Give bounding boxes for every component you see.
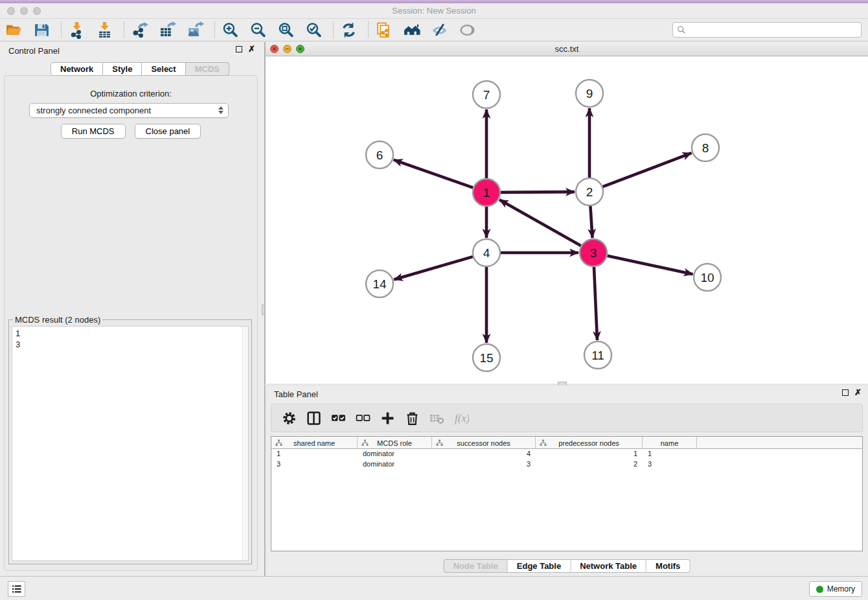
toolbar-separator [61, 21, 62, 38]
search-input[interactable] [689, 25, 857, 34]
criterion-dropdown[interactable]: strongly connected component [29, 103, 229, 118]
refresh-icon[interactable] [339, 20, 358, 40]
tab-select[interactable]: Select [142, 62, 185, 76]
tab-edge-table[interactable]: Edge Table [508, 559, 571, 573]
control-panel-header: Control Panel ✗ [0, 42, 262, 59]
column-header-name[interactable]: name [643, 437, 697, 449]
task-history-button[interactable] [8, 581, 25, 597]
column-header-MCDS-role[interactable]: MCDS role [358, 437, 432, 449]
edge-1-6[interactable] [394, 160, 474, 188]
zoom-fit-icon[interactable] [276, 20, 295, 40]
deselect-all-icon[interactable] [354, 410, 371, 426]
mcds-result-group: MCDS result (2 nodes) 1 3 [8, 319, 252, 564]
tab-node-table[interactable]: Node Table [444, 559, 508, 573]
export-network-icon[interactable] [130, 20, 149, 40]
save-icon[interactable] [32, 20, 51, 40]
edge-3-11[interactable] [594, 267, 597, 340]
column-header-successor-nodes[interactable]: successor nodes [432, 437, 536, 449]
control-panel: Control Panel ✗ NetworkStyleSelectMCDS O… [0, 42, 262, 576]
hide-panel-icon[interactable] [429, 20, 449, 40]
table-cell[interactable]: 2 [536, 459, 643, 470]
mcds-result-area[interactable]: 1 3 [12, 326, 249, 561]
network-canvas[interactable]: 7968124314101511 [266, 56, 868, 384]
table-cell[interactable]: 4 [432, 449, 536, 459]
tab-motifs[interactable]: Motifs [646, 559, 690, 573]
export-image-icon[interactable] [185, 20, 205, 40]
table-cell[interactable]: 1 [271, 449, 358, 459]
open-folder-icon[interactable] [4, 20, 23, 40]
close-panel-icon[interactable]: ✗ [248, 46, 255, 52]
toolbar-separator [124, 21, 124, 38]
search-box[interactable] [672, 22, 862, 38]
tab-network-table[interactable]: Network Table [571, 559, 646, 573]
zoom-out-icon[interactable] [248, 20, 268, 40]
table-cell[interactable]: 3 [271, 459, 358, 470]
network-window-titlebar[interactable]: × − + scc.txt [266, 42, 868, 56]
network-document-icon[interactable] [374, 20, 393, 40]
main-toolbar [0, 19, 868, 41]
table-cell[interactable]: 1 [643, 449, 697, 459]
node-label-7: 7 [483, 88, 490, 102]
table-row[interactable]: 3dominator323 [271, 459, 862, 470]
function-icon: f(x) [453, 410, 470, 426]
eye-icon[interactable] [457, 20, 477, 40]
node-label-1: 1 [483, 186, 490, 200]
control-panel-tabs: NetworkStyleSelectMCDS [51, 62, 229, 76]
column-header-shared-name[interactable]: shared name [271, 437, 358, 449]
cytoscape-app: { "window": { "title": "Session: New Ses… [0, 0, 868, 600]
header-filler [697, 437, 862, 449]
edge-2-3[interactable] [590, 206, 592, 238]
export-table-icon[interactable] [157, 20, 177, 40]
zoom-in-icon[interactable] [220, 20, 240, 40]
tab-mcds[interactable]: MCDS [186, 62, 229, 76]
list-icon [11, 583, 23, 595]
session-title: Session: New Session [0, 6, 868, 16]
shared-column-icon [436, 439, 443, 446]
edge-3-1[interactable] [499, 200, 581, 246]
tab-network[interactable]: Network [51, 62, 103, 76]
home-icon[interactable] [402, 20, 421, 40]
table-cell[interactable]: 1 [536, 449, 643, 459]
node-label-15: 15 [479, 351, 493, 365]
node-label-8: 8 [702, 141, 709, 155]
float-table-panel-icon[interactable] [842, 389, 849, 396]
table-cell[interactable]: dominator [358, 459, 432, 470]
columns-icon[interactable] [305, 410, 322, 426]
select-all-icon[interactable] [330, 410, 347, 426]
table-cell[interactable]: 3 [643, 459, 697, 470]
table-tabs: Node TableEdge TableNetwork TableMotifs [444, 559, 691, 573]
mcds-tab-content: Optimization criterion: strongly connect… [4, 75, 258, 571]
trash-icon[interactable] [404, 410, 420, 426]
memory-button[interactable]: Memory [809, 581, 862, 597]
delete-table-icon [428, 410, 445, 426]
edge-2-8[interactable] [603, 153, 692, 187]
mcds-result-text: 1 3 [12, 327, 248, 351]
table-panel: Table Panel ✗ f(x) shared nameMCDS roles… [265, 386, 868, 576]
close-table-panel-icon[interactable]: ✗ [854, 389, 862, 396]
table-cell[interactable]: dominator [358, 449, 432, 459]
tab-style[interactable]: Style [103, 62, 142, 76]
table-row[interactable]: 1dominator411 [271, 449, 862, 459]
close-panel-button[interactable]: Close panel [135, 124, 201, 139]
node-label-4: 4 [483, 246, 490, 260]
gear-icon[interactable] [280, 410, 297, 426]
node-label-2: 2 [586, 185, 593, 199]
optimization-criterion-label: Optimization criterion: [5, 89, 257, 98]
node-label-9: 9 [586, 87, 593, 100]
run-mcds-button[interactable]: Run MCDS [61, 124, 126, 139]
edge-1-2[interactable] [501, 192, 575, 192]
zoom-selected-icon[interactable] [304, 20, 323, 40]
column-header-predecessor-nodes[interactable]: predecessor nodes [536, 437, 643, 449]
edge-3-10[interactable] [608, 256, 693, 275]
add-icon[interactable] [379, 410, 396, 426]
import-table-icon[interactable] [95, 20, 114, 40]
edge-4-14[interactable] [394, 257, 473, 279]
status-bar: Memory [0, 576, 868, 600]
table-cell[interactable]: 3 [432, 459, 536, 470]
import-network-icon[interactable] [67, 20, 86, 40]
node-label-11: 11 [591, 349, 604, 362]
toolbar-separator [333, 21, 334, 38]
toolbar-separator [214, 21, 215, 38]
float-panel-icon[interactable] [236, 46, 242, 52]
result-scrollbar[interactable] [242, 327, 248, 560]
